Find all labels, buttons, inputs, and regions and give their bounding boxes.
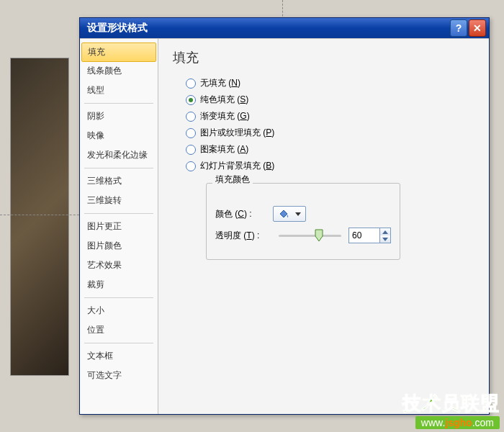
transparency-input[interactable] — [349, 228, 379, 243]
sidebar-item-crop[interactable]: 裁剪 — [80, 275, 158, 294]
titlebar[interactable]: 设置形状格式 ? ✕ — [80, 18, 489, 38]
radio-solid-fill[interactable]: 纯色填充 (S) — [173, 91, 474, 108]
sidebar-item-artistic-effects[interactable]: 艺术效果 — [80, 256, 158, 275]
radio-no-fill[interactable]: 无填充 (N) — [173, 75, 474, 91]
format-shape-dialog: 设置形状格式 ? ✕ 填充 线条颜色 线型 阴影 映像 发光和柔化边缘 三维格式… — [79, 17, 490, 415]
sidebar-separator — [84, 103, 153, 104]
content-heading: 填充 — [173, 49, 474, 66]
sidebar-item-position[interactable]: 位置 — [80, 320, 158, 340]
sidebar-item-picture-color[interactable]: 图片颜色 — [80, 236, 158, 256]
spin-up-button[interactable] — [380, 228, 390, 235]
radio-gradient-fill[interactable]: 渐变填充 (G) — [173, 108, 474, 125]
sidebar-separator — [84, 213, 153, 214]
sidebar-separator — [84, 297, 153, 298]
sidebar-item-fill[interactable]: 填充 — [81, 42, 156, 62]
sidebar-item-glow[interactable]: 发光和柔化边缘 — [80, 145, 158, 165]
dialog-title: 设置形状格式 — [87, 22, 449, 35]
color-picker-button[interactable] — [273, 206, 306, 222]
chevron-down-icon — [295, 212, 301, 216]
color-label: 颜色 (C) : — [215, 208, 273, 220]
fill-color-legend: 填充颜色 — [212, 174, 253, 186]
sidebar-item-picture-corrections[interactable]: 图片更正 — [80, 217, 158, 236]
paint-bucket-icon — [278, 209, 289, 219]
sidebar-item-line-color[interactable]: 线条颜色 — [80, 61, 158, 81]
radio-icon — [186, 95, 196, 105]
sidebar-item-shadow[interactable]: 阴影 — [80, 107, 158, 126]
dialog-body: 填充 线条颜色 线型 阴影 映像 发光和柔化边缘 三维格式 三维旋转 图片更正 … — [80, 38, 489, 414]
background-image-placeholder — [10, 58, 69, 376]
fill-color-group: 填充颜色 颜色 (C) : 透明度 (T) : — [196, 180, 410, 273]
slider-track — [279, 235, 341, 237]
watermark-text: 技术员联盟 — [402, 391, 500, 416]
sidebar-item-size[interactable]: 大小 — [80, 301, 158, 320]
help-button[interactable]: ? — [450, 19, 467, 37]
slider-thumb[interactable] — [315, 229, 323, 242]
transparency-spinner[interactable] — [348, 228, 391, 243]
sidebar-item-alt-text[interactable]: 可选文字 — [80, 366, 158, 385]
radio-picture-texture-fill[interactable]: 图片或纹理填充 (P) — [173, 125, 474, 141]
radio-slide-background-fill[interactable]: 幻灯片背景填充 (B) — [173, 158, 474, 174]
watermark: 技术员联盟 www.jsgho.com — [402, 391, 500, 429]
guide-horizontal — [0, 215, 86, 215]
radio-icon — [186, 78, 196, 89]
transparency-slider[interactable] — [279, 229, 341, 242]
radio-pattern-fill[interactable]: 图案填充 (A) — [173, 141, 474, 158]
radio-icon — [186, 112, 196, 122]
spin-down-button[interactable] — [380, 235, 390, 243]
sidebar-item-textbox[interactable]: 文本框 — [80, 346, 158, 366]
radio-icon — [186, 128, 196, 138]
watermark-url: www.jsgho.com — [415, 416, 500, 429]
sidebar-item-3d-rotation[interactable]: 三维旋转 — [80, 191, 158, 210]
radio-icon — [186, 161, 196, 171]
close-icon: ✕ — [473, 22, 482, 34]
transparency-label: 透明度 (T) : — [215, 230, 271, 242]
content-pane: 填充 无填充 (N) 纯色填充 (S) 渐变填充 (G) 图片或纹理填充 (P)… — [158, 39, 489, 414]
sidebar-separator — [84, 343, 153, 343]
sidebar-separator — [84, 168, 153, 168]
sidebar-item-reflection[interactable]: 映像 — [80, 126, 158, 145]
category-sidebar: 填充 线条颜色 线型 阴影 映像 发光和柔化边缘 三维格式 三维旋转 图片更正 … — [80, 39, 158, 414]
sidebar-item-3d-format[interactable]: 三维格式 — [80, 171, 158, 191]
radio-icon — [186, 145, 196, 155]
sidebar-item-line-style[interactable]: 线型 — [80, 81, 158, 100]
close-button[interactable]: ✕ — [469, 19, 486, 37]
